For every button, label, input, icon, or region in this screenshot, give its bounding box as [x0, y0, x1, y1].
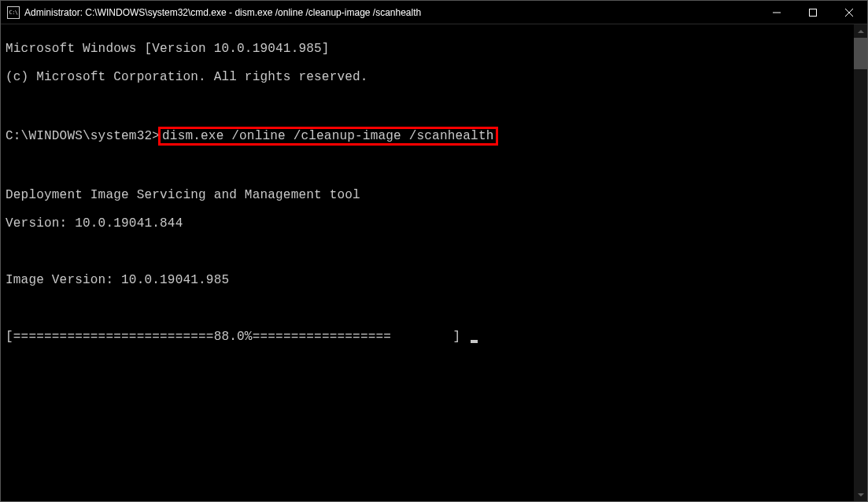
output-line: Version: 10.0.19041.844 [6, 216, 862, 231]
svg-rect-1 [810, 9, 817, 16]
terminal-output: Microsoft Windows [Version 10.0.19041.98… [1, 24, 867, 375]
svg-marker-4 [858, 30, 864, 33]
output-line: Deployment Image Servicing and Managemen… [6, 188, 862, 202]
titlebar[interactable]: C:\ Administrator: C:\WINDOWS\system32\c… [1, 1, 867, 24]
vertical-scrollbar[interactable] [854, 24, 867, 501]
output-line: Image Version: 10.0.19041.985 [6, 273, 862, 287]
prompt-line: C:\WINDOWS\system32>dism.exe /online /cl… [6, 127, 862, 146]
scroll-up-arrow[interactable] [854, 24, 867, 38]
minimize-button[interactable] [759, 1, 795, 24]
window-title: Administrator: C:\WINDOWS\system32\cmd.e… [24, 7, 759, 18]
output-line: Microsoft Windows [Version 10.0.19041.98… [6, 42, 862, 56]
highlighted-command: dism.exe /online /cleanup-image /scanhea… [158, 127, 497, 146]
scroll-thumb[interactable] [854, 38, 867, 69]
output-line: (c) Microsoft Corporation. All rights re… [6, 70, 862, 84]
close-button[interactable] [831, 1, 867, 24]
terminal-body[interactable]: Microsoft Windows [Version 10.0.19041.98… [1, 24, 867, 501]
maximize-button[interactable] [795, 1, 831, 24]
cmd-icon: C:\ [7, 6, 20, 19]
progress-line: [==========================88.0%========… [6, 330, 862, 344]
scroll-track[interactable] [854, 38, 867, 488]
svg-marker-5 [858, 493, 864, 496]
cmd-window: C:\ Administrator: C:\WINDOWS\system32\c… [0, 0, 868, 502]
cursor [471, 340, 478, 343]
scroll-down-arrow[interactable] [854, 488, 867, 501]
prompt-prefix: C:\WINDOWS\system32> [6, 129, 160, 143]
progress-percentage: 88.0% [214, 330, 253, 344]
window-controls [759, 1, 867, 24]
